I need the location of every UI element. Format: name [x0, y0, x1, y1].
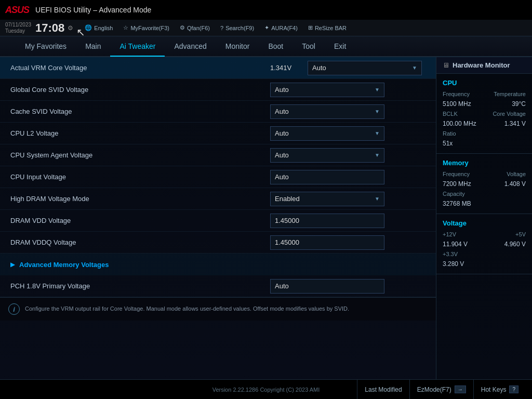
- toolbar-qfan[interactable]: ⚙ Qfan(F6): [176, 24, 214, 31]
- header: ASUS UEFI BIOS Utility – Advanced Mode: [0, 0, 532, 20]
- input-dram-vdd[interactable]: 1.45000: [270, 214, 384, 228]
- toolbar-search[interactable]: ? Search(F9): [216, 25, 258, 31]
- row-pch-18v[interactable]: PCH 1.8V Primary Voltage Auto: [0, 275, 436, 297]
- toolbar-english[interactable]: 🌐 English: [81, 24, 117, 31]
- last-modified-button[interactable]: Last Modified: [357, 380, 409, 399]
- footer: Version 2.22.1286 Copyright (C) 2023 AMI…: [0, 379, 532, 399]
- fan-icon: ⚙: [180, 24, 185, 31]
- toolbar-resizebar[interactable]: ⊞ ReSize BAR: [304, 24, 351, 31]
- dropdown-cpu-system-agent[interactable]: Auto ▼: [270, 148, 384, 163]
- hw-volt-5v-label: +5V: [515, 231, 526, 237]
- row-cpu-system-agent[interactable]: CPU System Agent Voltage Auto ▼: [0, 144, 436, 166]
- input-dram-vddq[interactable]: 1.45000: [270, 235, 384, 250]
- label-high-dram-mode: High DRAM Voltage Mode: [10, 195, 270, 203]
- hw-volt-33v-label: +3.3V: [443, 251, 458, 257]
- nav-main[interactable]: Main: [76, 36, 110, 57]
- toolbar: 07/11/2023 Tuesday 17:08 ⚙ 🌐 English ☆ M…: [0, 20, 532, 36]
- hw-mem-cap-val-row: 32768 MB: [443, 200, 526, 207]
- nav-ai-tweaker[interactable]: Ai Tweaker: [110, 36, 165, 57]
- control-high-dram-mode: Enabled ▼: [270, 192, 425, 206]
- hw-voltage-section: Voltage +12V +5V 11.904 V 4.960 V +3.3V …: [436, 214, 532, 274]
- nav-my-favorites[interactable]: My Favorites: [16, 36, 76, 57]
- hw-volt-5v-value: 4.960 V: [504, 241, 526, 248]
- hw-mem-cap-value: 32768 MB: [443, 200, 471, 207]
- hot-keys-button[interactable]: Hot Keys ?: [473, 380, 526, 399]
- row-cpu-l2[interactable]: CPU L2 Voltage Auto ▼: [0, 123, 436, 144]
- hw-cpu-bclk-row: BCLK Core Voltage: [443, 111, 526, 117]
- footer-version: Version 2.22.1286 Copyright (C) 2023 AMI: [212, 387, 320, 393]
- asus-logo: ASUS: [5, 5, 29, 16]
- hw-mem-volt-label: Voltage: [507, 171, 526, 177]
- row-vrm-core-voltage[interactable]: Actual VRM Core Voltage 1.341V Auto ▼: [0, 57, 436, 79]
- expand-arrow-icon: ▶: [10, 261, 15, 268]
- hw-cpu-bclk-value: 100.00 MHz: [443, 120, 476, 127]
- hw-cpu-temp-value: 39°C: [512, 100, 526, 108]
- hw-volt-12v-val-row: 11.904 V 4.960 V: [443, 241, 526, 248]
- nav-boot[interactable]: Boot: [259, 36, 292, 57]
- dropdown-cpu-l2[interactable]: Auto ▼: [270, 126, 384, 141]
- dropdown-arrow-3: ▼: [375, 130, 380, 136]
- section-advanced-memory-label: Advanced Memory Voltages: [19, 261, 109, 269]
- hw-memory-title: Memory: [443, 159, 526, 167]
- hw-cpu-ratio-value: 51x: [443, 140, 453, 147]
- hw-mem-freq-value: 7200 MHz: [443, 180, 471, 188]
- input-pch-18v[interactable]: Auto: [270, 279, 384, 294]
- star-icon: ☆: [123, 24, 128, 31]
- row-cpu-input[interactable]: CPU Input Voltage Auto: [0, 166, 436, 188]
- nav-bar: My Favorites Main Ai Tweaker Advanced Mo…: [0, 36, 532, 57]
- hw-monitor-title: Hardware Monitor: [453, 61, 510, 69]
- hw-cpu-freq-row: Frequency Temperature: [443, 91, 526, 97]
- hw-mem-cap-label: Capacity: [443, 191, 465, 197]
- label-global-svid: Global Core SVID Voltage: [10, 86, 270, 94]
- row-cache-svid[interactable]: Cache SVID Voltage Auto ▼: [0, 101, 436, 123]
- control-dram-vddq: 1.45000: [270, 235, 425, 250]
- hw-mem-freq-label: Frequency: [443, 171, 470, 177]
- nav-exit[interactable]: Exit: [325, 36, 355, 57]
- hw-voltage-title: Voltage: [443, 219, 526, 227]
- dropdown-high-dram-mode[interactable]: Enabled ▼: [270, 192, 384, 206]
- nav-monitor[interactable]: Monitor: [216, 36, 259, 57]
- control-cpu-system-agent: Auto ▼: [270, 148, 425, 163]
- hw-cpu-freq-label: Frequency: [443, 91, 470, 97]
- label-dram-vddq: DRAM VDDQ Voltage: [10, 238, 270, 246]
- section-advanced-memory[interactable]: ▶ Advanced Memory Voltages: [0, 254, 436, 275]
- nav-tool[interactable]: Tool: [292, 36, 325, 57]
- label-cpu-l2: CPU L2 Voltage: [10, 129, 270, 137]
- value-vrm-core-voltage: 1.341V: [270, 64, 301, 72]
- label-cpu-input: CPU Input Voltage: [10, 173, 270, 181]
- label-cache-svid: Cache SVID Voltage: [10, 108, 270, 115]
- dropdown-global-svid[interactable]: Auto ▼: [270, 83, 384, 97]
- hotkeys-key-badge: ?: [509, 385, 518, 393]
- row-global-svid[interactable]: Global Core SVID Voltage Auto ▼: [0, 79, 436, 101]
- dropdown-arrow-4: ▼: [375, 152, 380, 158]
- hw-cpu-title: CPU: [443, 79, 526, 87]
- control-cpu-l2: Auto ▼: [270, 126, 425, 141]
- gear-icon[interactable]: ⚙: [68, 24, 73, 32]
- hw-cpu-section: CPU Frequency Temperature 5100 MHz 39°C …: [436, 74, 532, 154]
- hw-cpu-ratio-val-row: 51x: [443, 140, 526, 147]
- dropdown-cache-svid[interactable]: Auto ▼: [270, 104, 384, 119]
- hw-cpu-corevolt-value: 1.341 V: [504, 120, 526, 127]
- toolbar-date: 07/11/2023 Tuesday: [5, 22, 31, 34]
- control-pch-18v: Auto: [270, 279, 425, 294]
- label-dram-vdd: DRAM VDD Voltage: [10, 217, 270, 224]
- hw-cpu-freq-value: 5100 MHz: [443, 100, 471, 108]
- toolbar-time: 17:08: [35, 21, 64, 35]
- toolbar-myfavorite[interactable]: ☆ MyFavorite(F3): [119, 24, 174, 31]
- row-high-dram-mode[interactable]: High DRAM Voltage Mode Enabled ▼: [0, 188, 436, 210]
- hw-cpu-temp-label: Temperature: [494, 91, 526, 97]
- row-dram-vdd[interactable]: DRAM VDD Voltage 1.45000: [0, 210, 436, 232]
- input-cpu-input[interactable]: Auto: [270, 170, 384, 184]
- hw-monitor-header: 🖥 Hardware Monitor: [436, 57, 532, 74]
- info-text: Configure the VRM output rail for Core V…: [25, 305, 349, 313]
- hw-volt-12v-row: +12V +5V: [443, 231, 526, 237]
- hw-volt-33v-val-row: 3.280 V: [443, 260, 526, 268]
- nav-advanced[interactable]: Advanced: [165, 36, 216, 57]
- ezmode-button[interactable]: EzMode(F7) →: [409, 380, 473, 399]
- resize-icon: ⊞: [308, 24, 313, 31]
- dropdown-vrm-core-voltage[interactable]: Auto ▼: [308, 61, 422, 75]
- toolbar-aura[interactable]: ✦ AURA(F4): [260, 24, 302, 31]
- info-bar: i Configure the VRM output rail for Core…: [0, 297, 436, 321]
- row-dram-vddq[interactable]: DRAM VDDQ Voltage 1.45000: [0, 232, 436, 254]
- label-cpu-system-agent: CPU System Agent Voltage: [10, 151, 270, 159]
